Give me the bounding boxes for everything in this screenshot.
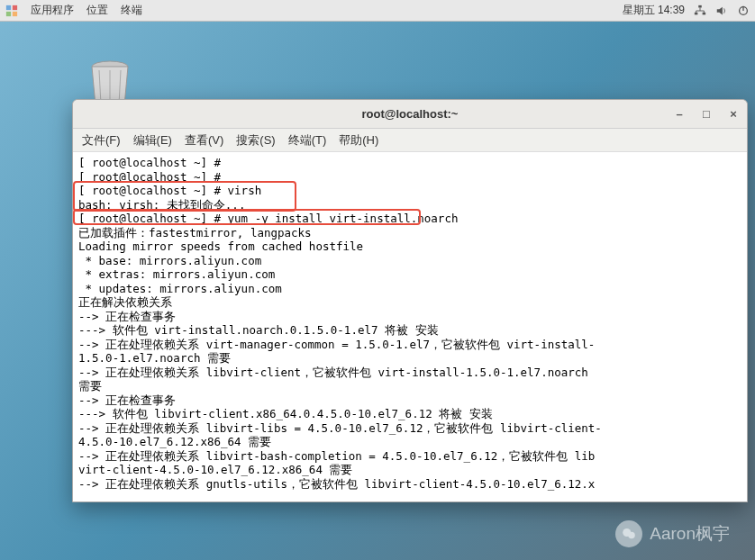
terminal-line: --> 正在处理依赖关系 virt-manager-common = 1.5.0… (78, 338, 741, 352)
terminal-line: * updates: mirrors.aliyun.com (78, 282, 741, 296)
maximize-button[interactable]: □ (700, 108, 713, 121)
terminal-line: 需要 (78, 379, 741, 393)
menu-view[interactable]: 查看(V) (185, 132, 223, 149)
terminal-line: 已加载插件：fastestmirror, langpacks (78, 226, 741, 240)
terminal-line: ---> 软件包 virt-install.noarch.0.1.5.0-1.e… (78, 323, 741, 338)
terminal-line: --> 正在处理依赖关系 libvirt-bash-completion = 4… (78, 449, 741, 464)
desktop-topbar: 应用程序 位置 终端 星期五 14:39 (0, 0, 755, 22)
svg-point-14 (629, 532, 636, 539)
terminal-line: --> 正在检查事务 (78, 310, 741, 324)
terminal-line: ---> 软件包 libvirt-client.x86_64.0.4.5.0-1… (78, 407, 741, 421)
topbar-clock[interactable]: 星期五 14:39 (623, 3, 685, 18)
terminal-line: Loading mirror speeds from cached hostfi… (78, 239, 741, 254)
watermark: Aaron枫宇 (615, 520, 730, 547)
menu-terminal[interactable]: 终端(T) (288, 132, 327, 149)
menu-file[interactable]: 文件(F) (82, 132, 121, 149)
terminal-window: root@localhost:~ – □ × 文件(F) 编辑(E) 查看(V)… (72, 99, 748, 502)
power-icon[interactable] (737, 5, 750, 17)
svg-rect-0 (6, 5, 11, 9)
minimize-button[interactable]: – (673, 108, 686, 121)
terminal-line: --> 正在处理依赖关系 libvirt-libs = 4.5.0-10.el7… (78, 421, 741, 436)
topbar-menu-apps[interactable]: 应用程序 (31, 3, 74, 18)
svg-rect-3 (13, 11, 17, 15)
terminal-line: --> 正在处理依赖关系 gnutls-utils，它被软件包 libvirt-… (78, 477, 741, 492)
terminal-line: [ root@localhost ~] # (78, 170, 741, 185)
window-title: root@localhost:~ (362, 107, 459, 121)
terminal-line: 正在解决依赖关系 (78, 295, 741, 310)
svg-rect-4 (698, 5, 702, 7)
terminal-line: [ root@localhost ~] # yum -y install vir… (78, 212, 741, 226)
window-titlebar[interactable]: root@localhost:~ – □ × (73, 100, 747, 129)
window-menubar: 文件(F) 编辑(E) 查看(V) 搜索(S) 终端(T) 帮助(H) (73, 129, 747, 152)
terminal-line: --> 正在处理依赖关系 libvirt-client，它被软件包 virt-i… (78, 366, 741, 380)
topbar-menu-places[interactable]: 位置 (86, 3, 108, 18)
volume-icon[interactable] (715, 5, 728, 17)
terminal-line: 4.5.0-10.el7_6.12.x86_64 需要 (78, 435, 741, 449)
watermark-text: Aaron枫宇 (650, 522, 730, 546)
terminal-line: * extras: mirrors.aliyun.com (78, 267, 741, 282)
network-icon[interactable] (694, 5, 706, 17)
svg-rect-5 (695, 12, 698, 14)
terminal-line: virt-client-4.5.0-10.el7_6.12.x86_64 需要 (78, 463, 741, 477)
terminal-line: * base: mirrors.aliyun.com (78, 254, 741, 268)
terminal-line: bash: virsh: 未找到命令... (78, 198, 741, 212)
svg-rect-2 (6, 11, 11, 15)
terminal-line: --> 正在检查事务 (78, 393, 741, 408)
terminal-line: [ root@localhost ~] # virsh (78, 184, 741, 198)
menu-search[interactable]: 搜索(S) (236, 132, 275, 149)
svg-rect-6 (703, 12, 706, 14)
wechat-icon (615, 520, 642, 547)
menu-help[interactable]: 帮助(H) (339, 132, 378, 149)
apps-icon (5, 5, 18, 17)
terminal-line: [ root@localhost ~] # (78, 156, 741, 170)
menu-edit[interactable]: 编辑(E) (133, 132, 172, 149)
close-button[interactable]: × (727, 108, 740, 121)
terminal-line: 1.5.0-1.el7.noarch 需要 (78, 351, 741, 366)
svg-rect-1 (13, 5, 17, 9)
topbar-menu-terminal[interactable]: 终端 (121, 3, 142, 18)
terminal-output[interactable]: [ root@localhost ~] # [ root@localhost ~… (73, 152, 747, 501)
